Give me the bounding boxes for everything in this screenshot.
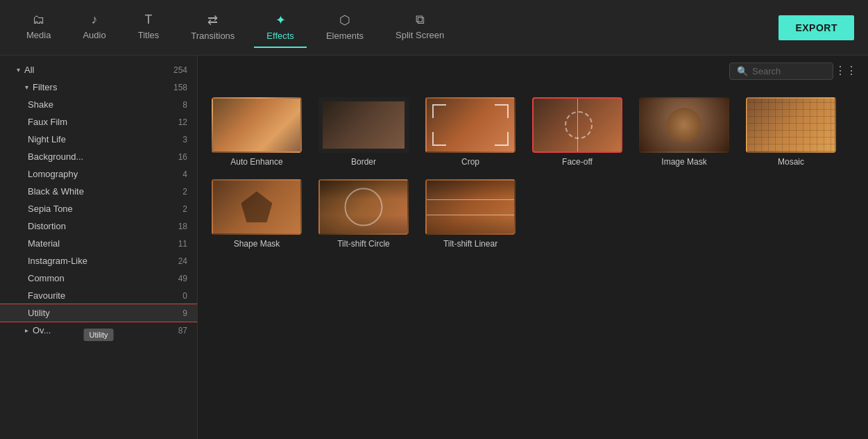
sidebar-lomography-count: 4 [182,169,187,179]
nav-titles[interactable]: T Titles [126,7,172,48]
audio-icon: ♪ [92,13,98,27]
effect-tilt-shift-circle-thumb [318,179,409,235]
sidebar-sepiatone-count: 2 [182,204,187,214]
nav-media-label: Media [26,30,51,40]
sidebar-background-count: 16 [178,152,187,162]
titles-icon: T [144,13,152,27]
effect-tilt-shift-linear-thumb [425,179,516,235]
linear-line-top [427,199,514,200]
nav-elements[interactable]: ⬡ Elements [314,7,376,48]
sidebar-item-material[interactable]: Material 11 [0,235,197,252]
sidebar-item-distortion[interactable]: Distortion 18 [0,217,197,235]
media-icon: 🗂 [33,13,45,27]
nav-splitscreen-label: Split Screen [395,30,444,40]
sidebar-shake-label: Shake [28,99,53,110]
sidebar-item-blackwhite[interactable]: Black & White 2 [0,183,197,200]
transitions-icon: ⇄ [207,13,218,28]
effect-shape-mask-label: Shape Mask [234,239,280,249]
sidebar-background-label: Background... [28,151,83,162]
effect-tilt-shift-circle[interactable]: Tilt-shift Circle [318,179,409,249]
sidebar-item-lomography[interactable]: Lomography 4 [0,165,197,183]
sidebar-item-instagram[interactable]: Instagram-Like 24 [0,252,197,270]
sidebar-blackwhite-label: Black & White [28,186,84,197]
sidebar-nightlife-label: Night Life [28,134,66,144]
sidebar-utility-label: Utility [28,308,50,318]
sidebar-distortion-label: Distortion [28,221,66,231]
splitscreen-icon: ⧉ [416,13,425,27]
search-bar: 🔍 [729,63,833,80]
effect-border-label: Border [351,157,376,167]
effect-face-off[interactable]: Face-off [532,97,622,167]
circle-overlay [345,188,383,226]
sidebar-instagram-count: 24 [178,256,187,266]
sidebar-item-background[interactable]: Background... 16 [0,148,197,165]
nav-bar: 🗂 Media ♪ Audio T Titles ⇄ Transitions ✦… [14,7,778,48]
sidebar-blackwhite-count: 2 [182,187,187,197]
nav-titles-label: Titles [138,30,160,40]
linear-line-bottom [427,215,514,215]
nav-transitions-label: Transitions [191,31,235,41]
nav-elements-label: Elements [326,31,364,41]
sidebar-common-label: Common [28,273,65,283]
mosaic-overlay [747,99,835,151]
effect-auto-enhance-label: Auto Enhance [230,157,282,167]
faceoff-divider [577,99,578,151]
sidebar-fauxfilm-label: Faux Film [28,117,67,127]
sidebar-item-common[interactable]: Common 49 [0,270,197,287]
sidebar-item-fauxfilm[interactable]: Faux Film 12 [0,113,197,131]
sidebar-filters-label: Filters [33,82,57,92]
effect-auto-enhance[interactable]: Auto Enhance [212,97,302,167]
nav-audio[interactable]: ♪ Audio [70,7,118,48]
toolbar: 🗂 Media ♪ Audio T Titles ⇄ Transitions ✦… [0,0,868,56]
search-icon: 🔍 [737,66,748,76]
sidebar-item-nightlife[interactable]: Night Life 3 [0,131,197,148]
sidebar-nightlife-count: 3 [182,135,187,144]
effect-image-mask[interactable]: Image Mask [639,97,729,167]
effect-border-thumb [318,97,409,153]
sidebar-material-count: 11 [178,239,187,249]
sidebar-overlay-count: 87 [178,326,187,336]
sidebar-item-favourite[interactable]: Favourite 0 [0,287,197,304]
export-button[interactable]: EXPORT [778,15,854,40]
elements-icon: ⬡ [339,13,350,28]
effect-mosaic[interactable]: Mosaic [746,97,836,167]
effect-crop-label: Crop [461,157,479,167]
effect-tilt-shift-linear[interactable]: Tilt-shift Linear [425,179,516,249]
grid-view-icon[interactable]: ⋮⋮ [835,64,857,77]
effect-image-mask-thumb [639,97,729,153]
nav-media[interactable]: 🗂 Media [14,7,63,48]
sidebar: ▾ All 254 ▾ Filters 158 Shake 8 Faux Fil… [0,56,198,439]
sidebar-fauxfilm-count: 12 [178,117,187,127]
effect-mosaic-thumb [746,97,836,153]
sidebar-item-all[interactable]: ▾ All 254 [0,61,197,78]
tilt-linear-overlay [427,181,514,233]
search-input[interactable] [752,66,826,76]
sidebar-sepiatone-label: Sepia Tone [28,204,73,214]
effect-face-off-label: Face-off [562,157,593,167]
sidebar-shake-count: 8 [182,100,187,110]
nav-splitscreen[interactable]: ⧉ Split Screen [383,7,457,48]
sidebar-item-sepiatone[interactable]: Sepia Tone 2 [0,200,197,217]
sidebar-favourite-count: 0 [182,291,187,301]
nav-transitions[interactable]: ⇄ Transitions [178,7,247,48]
nav-effects[interactable]: ✦ Effects [254,7,307,48]
sidebar-filters-count: 158 [173,83,187,92]
effect-shape-mask[interactable]: Shape Mask [212,179,302,249]
effects-icon: ✦ [275,13,286,28]
sidebar-overlay-label: Ov... [33,325,51,336]
sidebar-item-overlay[interactable]: ▸ Ov... 87 [0,322,197,339]
sidebar-distortion-count: 18 [178,222,187,231]
effect-shape-mask-thumb [212,179,302,235]
nav-effects-label: Effects [266,31,294,41]
effect-border[interactable]: Border [318,97,409,167]
effect-crop[interactable]: Crop [425,97,516,167]
sidebar-item-filters[interactable]: ▾ Filters 158 [0,78,197,96]
sidebar-material-label: Material [28,238,60,249]
sidebar-all-label: All [24,65,34,75]
sidebar-item-shake[interactable]: Shake 8 [0,96,197,113]
main-content: ▾ All 254 ▾ Filters 158 Shake 8 Faux Fil… [0,56,868,439]
effect-face-off-thumb [532,97,622,153]
sidebar-utility-count: 9 [182,308,187,318]
effect-mosaic-label: Mosaic [778,157,804,167]
sidebar-item-utility[interactable]: Utility 9 Utility [0,304,197,322]
